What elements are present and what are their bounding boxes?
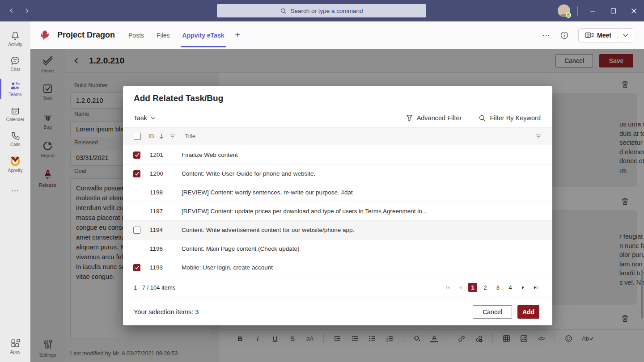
last-page-icon[interactable] [531,283,540,292]
dialog-cancel-button[interactable]: Cancel [473,305,512,319]
task-title: Finalize Web content [182,152,238,158]
channel-tabs: Posts Files Appvity eTask [128,21,224,49]
column-header-title: Title [185,133,195,139]
nav-forward-icon[interactable] [21,5,32,16]
row-checkbox[interactable] [133,170,140,177]
search-placeholder: Search or type a command [290,8,363,14]
rail-item-activity[interactable]: Activity [0,27,30,51]
close-button[interactable] [623,0,644,21]
rail-label: Appvity [8,168,23,173]
meet-button[interactable]: Meet [579,29,618,42]
avatar[interactable] [558,4,570,17]
task-table: 1201 Finalize Web content 1200 Content: … [123,146,552,277]
search-icon [479,114,486,122]
phone-icon [10,131,20,141]
task-id: 1194 [150,227,169,233]
channel-header: Project Dragon Posts Files Appvity eTask… [30,21,644,49]
tab-appvity-etask[interactable]: Appvity eTask [182,21,225,49]
previous-page-icon[interactable] [456,283,465,292]
column-header-id: ID [148,133,154,139]
task-title: Content: Main Page content (Check update… [182,245,299,252]
calendar-icon [10,106,20,116]
rail-divider [7,179,23,179]
channel-more-icon[interactable]: ⋯ [542,30,551,40]
meet-label: Meet [597,32,611,39]
bell-icon [10,31,20,41]
app-rail: Activity Chat Teams Calender Calls Appvi… [0,21,30,362]
rail-item-calls[interactable]: Calls [0,127,30,151]
title-bar: Search or type a command [0,0,644,21]
row-checkbox[interactable] [133,264,140,271]
selection-count-label: Your selection items: 3 [134,308,199,316]
apps-grid-icon [10,338,20,348]
nav-back-icon[interactable] [6,5,17,16]
meet-options-chevron-icon[interactable] [618,29,633,42]
keyword-filter-label: Filter By Keyword [490,114,541,122]
rail-label: Activity [8,42,22,47]
table-row[interactable]: 1198 [REVIEW] Content: wordy sentences, … [123,183,552,202]
first-page-icon[interactable] [443,283,452,292]
rail-item-teams[interactable]: Teams [0,77,30,101]
advanced-filter-button[interactable]: Advanced Filter [406,114,462,122]
rail-label: Chat [10,67,20,72]
tab-posts[interactable]: Posts [128,21,144,49]
task-id: 1198 [150,189,169,196]
maximize-button[interactable] [603,0,623,21]
rail-label: Teams [8,92,21,97]
pagination-bar: 1 - 7 / 104 items 1 2 3 4 [123,277,552,298]
table-row[interactable]: 1194 Content: Write advertisement conten… [123,221,552,240]
rail-label: Apps [10,349,21,354]
rail-item-chat[interactable]: Chat [0,52,30,76]
team-name: Project Dragon [57,30,115,40]
table-row[interactable]: 1200 Content: Write User-Guide for phone… [123,164,552,183]
task-title: [REVIEW] Content: wordy sentences, re-wr… [182,189,353,196]
table-row[interactable]: 1193 Mobile: User login, create account [123,258,552,277]
table-row[interactable]: 1197 [REVIEW] Content: update prices per… [123,202,552,221]
task-id: 1193 [150,264,169,271]
page-button-4[interactable]: 4 [506,283,515,292]
sort-descending-icon[interactable] [159,133,164,139]
next-page-icon[interactable] [518,283,527,292]
type-dropdown[interactable]: Task [134,114,156,122]
rail-item-appvity[interactable]: Appvity [0,152,30,176]
page-button-2[interactable]: 2 [481,283,490,292]
task-title: [REVIEW] Content: update prices per down… [182,208,427,215]
task-title: Content: Write User-Guide for phone and … [182,170,315,177]
row-checkbox[interactable] [133,152,140,159]
task-id: 1196 [150,245,169,252]
task-title: Mobile: User login, create account [182,264,273,271]
select-all-checkbox[interactable] [134,133,141,140]
search-input[interactable]: Search or type a command [217,4,426,17]
column-filter-icon[interactable] [169,134,175,139]
presence-available-icon [566,13,571,18]
add-tab-button[interactable]: + [235,30,241,40]
rail-label: Calls [10,142,20,147]
column-filter-icon[interactable] [536,134,542,139]
page-button-1[interactable]: 1 [468,283,477,292]
add-related-task-dialog: Add Related Task/Bug Task Advanced Filte… [123,86,552,325]
titlebar-divider [577,6,578,16]
type-dropdown-value: Task [134,114,147,122]
row-checkbox[interactable] [133,227,140,234]
table-header: ID Title [123,127,552,145]
search-icon [280,8,287,14]
rail-label: Calender [6,117,25,122]
rail-item-calender[interactable]: Calender [0,102,30,126]
dialog-add-button[interactable]: Add [517,305,539,319]
keyword-filter-button[interactable]: Filter By Keyword [479,114,541,122]
minimize-button[interactable] [582,0,603,21]
rail-item-apps[interactable]: Apps [0,334,30,358]
tab-files[interactable]: Files [157,21,170,49]
camera-icon [585,32,593,38]
teams-icon [10,81,21,91]
channel-info-icon[interactable] [560,31,568,39]
table-row[interactable]: 1201 Finalize Web content [123,146,552,164]
task-title: Content: Write advertisement content for… [182,227,354,233]
task-id: 1201 [150,152,169,158]
task-id: 1200 [150,170,169,177]
pagination-range-label: 1 - 7 / 104 items [134,284,175,291]
table-row[interactable]: 1196 Content: Main Page content (Check u… [123,240,552,258]
rail-more-icon[interactable]: ⋯ [0,186,30,196]
dialog-title: Add Related Task/Bug [134,93,223,103]
page-button-3[interactable]: 3 [493,283,502,292]
